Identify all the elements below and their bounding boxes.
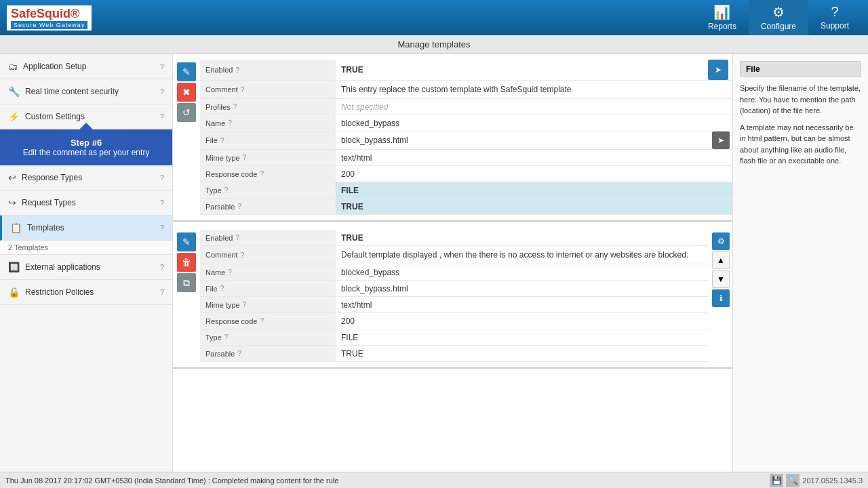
nav-reports-label: Reports — [708, 22, 736, 31]
template-2-type-value: FILE — [336, 329, 709, 345]
sidebar-item-response-label: Response Types — [22, 173, 160, 182]
sidebar-item-request-label: Request Types — [22, 198, 160, 207]
status-save-icon[interactable]: 💾 — [770, 474, 783, 487]
template-2-edit-button[interactable]: ✎ — [177, 232, 196, 251]
sidebar-item-restriction[interactable]: 🔒 Restriction Policies ? — [0, 280, 172, 305]
sidebar-item-response-types[interactable]: ↩ Response Types ? — [0, 165, 172, 190]
status-right: 💾 🔍 2017.0525.1345.3 — [770, 474, 863, 487]
main-layout: 🗂 Application Setup ? 🔧 Real time conten… — [0, 54, 868, 472]
template-1-mime-label: Mime type ? — [200, 150, 336, 165]
template-1-comment-value: This entry replace the custom template w… — [336, 81, 732, 98]
template-1-parsable-row: Parsable ? TRUE — [200, 199, 732, 215]
template-2-parsable-row: Parsable ? TRUE — [200, 346, 709, 362]
template-1-profiles-label: Profiles ? — [200, 99, 336, 115]
template-2-fields: Enabled ? TRUE Comment ? Default templat… — [200, 230, 709, 362]
sidebar-item-app-setup-label: Application Setup — [23, 62, 160, 71]
support-icon: ? — [831, 4, 838, 20]
app-setup-help-icon: ? — [160, 62, 164, 70]
template-2-type-row: Type ? FILE — [200, 329, 709, 346]
sidebar-item-custom-label: Custom Settings — [25, 112, 160, 121]
template-1-name-row: Name ? blocked_bypass — [200, 115, 732, 131]
template-1-reset-button[interactable]: ↺ — [177, 103, 196, 122]
template-1-send-button[interactable]: ➤ — [708, 60, 728, 80]
version-text: 2017.0525.1345.3 — [802, 476, 863, 485]
template-2-responsecode-label: Response code ? — [200, 313, 336, 329]
reports-icon: 📊 — [713, 4, 730, 20]
sidebar-item-request-types[interactable]: ↪ Request Types ? — [0, 190, 172, 216]
template-2-type-label: Type ? — [200, 329, 336, 345]
external-apps-icon: 🔲 — [8, 262, 20, 272]
sidebar: 🗂 Application Setup ? 🔧 Real time conten… — [0, 54, 173, 472]
request-types-icon: ↪ — [8, 197, 16, 208]
header-nav: 📊 Reports ⚙ Configure ? Support — [696, 0, 861, 35]
template-1-enabled-row: Enabled ? TRUE ➤ — [200, 60, 732, 81]
template-1-file-send-button[interactable]: ➤ — [712, 131, 730, 149]
template-2-actions: ✎ 🗑 ⧉ — [173, 230, 200, 362]
sidebar-item-rtcs[interactable]: 🔧 Real time content security ? — [0, 79, 172, 104]
template-2-file-row: File ? block_bypass.html — [200, 281, 709, 297]
template-2-mime-value: text/html — [336, 297, 709, 312]
templates-help-icon: ? — [160, 224, 164, 232]
template-2-name-row: Name ? blocked_bypass — [200, 264, 709, 281]
status-search-icon[interactable]: 🔍 — [786, 474, 800, 487]
restriction-help-icon: ? — [160, 288, 164, 296]
template-1-edit-button[interactable]: ✎ — [177, 62, 196, 81]
template-row-2: ✎ 🗑 ⧉ Enabled ? TRUE Comment ? Default t… — [173, 224, 732, 369]
template-1-type-row: Type ? FILE — [200, 182, 732, 199]
request-help-icon: ? — [160, 199, 164, 207]
info-panel: File Specify the filename of the templat… — [732, 54, 868, 472]
template-1-responsecode-label: Response code ? — [200, 166, 336, 182]
step-tooltip: Step #6 Edit the comment as per your ent… — [0, 129, 172, 165]
template-2-down-button[interactable]: ▼ — [712, 270, 730, 288]
status-message: Thu Jun 08 2017 20:17:02 GMT+0530 (India… — [5, 476, 338, 485]
template-2-responsecode-row: Response code ? 200 — [200, 313, 709, 329]
templates-count: 2 Templates — [0, 241, 172, 255]
template-1-responsecode-value: 200 — [336, 166, 732, 182]
template-2-mime-row: Mime type ? text/html — [200, 297, 709, 313]
template-1-profiles-value: Not specified — [336, 99, 732, 115]
template-1-enabled-value: TRUE — [336, 60, 704, 80]
rtcs-help-icon: ? — [160, 87, 164, 96]
sidebar-item-external-label: External applications — [25, 262, 160, 272]
template-2-settings-button[interactable]: ⚙ — [712, 232, 730, 250]
logo: SafeSquid® Secure Web Gateway — [7, 5, 92, 30]
template-2-controls: ⚙ ▲ ▼ ℹ — [709, 230, 732, 362]
sidebar-item-app-setup[interactable]: 🗂 Application Setup ? — [0, 54, 172, 79]
content-area: ✎ ✖ ↺ Enabled ? TRUE ➤ Comment ? This en… — [173, 54, 732, 472]
template-1-comment-label: Comment ? — [200, 81, 336, 98]
configure-icon: ⚙ — [772, 4, 785, 20]
template-1-name-label: Name ? — [200, 115, 336, 131]
custom-settings-icon: ⚡ — [8, 111, 20, 122]
step-description: Edit the comment as per your entry — [8, 148, 164, 157]
template-1-delete-button[interactable]: ✖ — [177, 83, 196, 102]
nav-configure[interactable]: ⚙ Configure — [749, 0, 808, 35]
sidebar-item-external-apps[interactable]: 🔲 External applications ? — [0, 255, 172, 280]
template-1-parsable-label: Parsable ? — [200, 199, 336, 214]
template-1-type-label: Type ? — [200, 182, 336, 198]
template-2-comment-row: Comment ? Default template displayed , w… — [200, 246, 709, 264]
template-2-delete-button[interactable]: 🗑 — [177, 253, 196, 272]
rtcs-icon: 🔧 — [8, 86, 20, 97]
nav-reports[interactable]: 📊 Reports — [696, 0, 749, 35]
sidebar-item-templates[interactable]: 📋 Templates ? — [0, 216, 172, 241]
response-help-icon: ? — [160, 174, 164, 182]
template-1-file-value: block_bypass.html — [336, 131, 709, 149]
template-2-name-label: Name ? — [200, 264, 336, 280]
template-2-comment-value: Default template displayed , when the th… — [336, 246, 709, 264]
template-1-mime-row: Mime type ? text/html — [200, 150, 732, 166]
template-2-up-button[interactable]: ▲ — [712, 251, 730, 269]
sidebar-item-templates-label: Templates — [27, 223, 160, 232]
info-panel-title: File — [740, 61, 861, 77]
templates-icon: 📋 — [10, 222, 22, 233]
template-2-mime-label: Mime type ? — [200, 297, 336, 312]
sidebar-item-restriction-label: Restriction Policies — [25, 287, 160, 297]
template-2-enabled-label: Enabled ? — [200, 230, 336, 245]
app-setup-icon: 🗂 — [8, 61, 18, 72]
response-types-icon: ↩ — [8, 172, 16, 183]
template-2-file-value: block_bypass.html — [336, 281, 709, 296]
template-2-info-button[interactable]: ℹ — [712, 289, 730, 307]
nav-support-label: Support — [821, 21, 849, 30]
header: SafeSquid® Secure Web Gateway 📊 Reports … — [0, 0, 868, 35]
nav-support[interactable]: ? Support — [808, 0, 861, 35]
template-2-copy-button[interactable]: ⧉ — [177, 273, 196, 292]
